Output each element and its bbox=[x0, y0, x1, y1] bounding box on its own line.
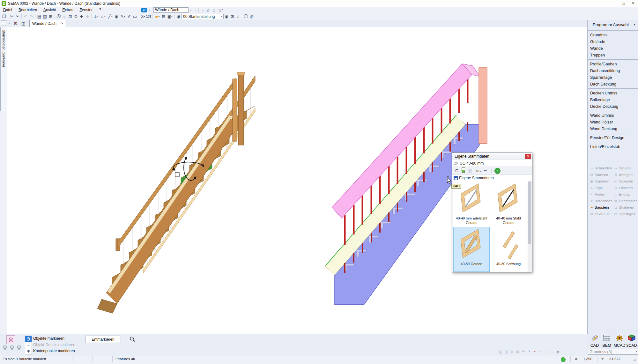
cut-copy-icon[interactable]: ✄ bbox=[9, 14, 15, 19]
eye-point-icon[interactable]: ◉ bbox=[114, 14, 119, 19]
open-project-icon[interactable]: ❐ bbox=[1, 14, 7, 19]
remote-dropdown-icon[interactable]: ▾ bbox=[147, 8, 152, 12]
favorite-icon[interactable]: ☆ bbox=[235, 14, 241, 19]
pan-icon[interactable]: ✚ bbox=[79, 14, 85, 19]
mode-cad[interactable]: CAD bbox=[589, 334, 601, 348]
stamp-icon[interactable]: ✐ bbox=[126, 14, 132, 19]
tab-list-caret-icon[interactable]: ▾ bbox=[9, 22, 11, 25]
sidebar-item-dachausmittlung[interactable]: Dachausmittlung bbox=[588, 67, 638, 74]
picker-icon[interactable]: ✒ bbox=[483, 168, 488, 174]
print-icon[interactable]: ▤ bbox=[36, 14, 42, 19]
select-nodes-icon[interactable]: ✱ bbox=[25, 348, 32, 354]
select-details-icon[interactable]: ∿ bbox=[25, 342, 32, 348]
tool-textur-3d[interactable]: ▨Textur 3D bbox=[588, 211, 612, 218]
building-caret-icon[interactable]: ▾ bbox=[104, 15, 107, 18]
undo-icon[interactable]: ↶ bbox=[23, 14, 28, 19]
scrollbar-thumb[interactable] bbox=[528, 182, 531, 244]
layer-mode-active-button[interactable] bbox=[6, 335, 15, 344]
eye-start-icon[interactable]: ◉ bbox=[176, 14, 182, 19]
home-faded-icon[interactable]: ⌂ bbox=[200, 7, 205, 13]
line-caret-icon[interactable]: ▾ bbox=[111, 15, 114, 18]
layer-other-icon[interactable] bbox=[15, 345, 22, 351]
menu-ansicht[interactable]: Ansicht bbox=[40, 7, 59, 13]
select-objects-label[interactable]: Objekte markieren bbox=[33, 336, 64, 341]
grid-calc-icon[interactable]: ⊟ bbox=[161, 14, 167, 19]
tool-berechnen[interactable]: ↻Berechnen bbox=[588, 198, 612, 204]
sidebar-item-sparrenlage[interactable]: Sparrenlage bbox=[588, 74, 638, 81]
select-objects-icon[interactable] bbox=[25, 336, 32, 342]
sidebar-item-grundriss[interactable]: Grundriss bbox=[588, 32, 638, 38]
redo-icon[interactable]: ↷ bbox=[28, 14, 34, 19]
menu-hilfe[interactable]: ? bbox=[96, 7, 104, 13]
item-stahl-gerade[interactable]: 40-40 mm Stahl Gerade bbox=[490, 181, 527, 226]
plumb-caret-icon[interactable]: ▾ bbox=[97, 15, 100, 18]
sidebar-item-wand-umriss[interactable]: Wand Umriss bbox=[588, 112, 638, 119]
mode-mcad[interactable]: MCAD bbox=[613, 334, 626, 348]
view-down-spinner[interactable]: ▾ bbox=[193, 8, 197, 12]
monitor-caret-icon[interactable]: ▾ bbox=[171, 15, 174, 18]
snap-remove-icon[interactable]: ⊟ bbox=[516, 349, 520, 354]
ellipse-a-icon[interactable]: ◌ bbox=[545, 349, 548, 354]
eye-icon[interactable]: ◉ bbox=[224, 14, 229, 19]
dialog-title-bar[interactable]: Eigene Stammdaten ✕ bbox=[452, 153, 532, 160]
ellipse-b-icon[interactable]: ◌ bbox=[550, 349, 554, 354]
home-up-icon[interactable]: ⌂ bbox=[205, 7, 211, 13]
dialog-tree-root[interactable]: Eigene Stammdaten bbox=[452, 175, 532, 181]
tool-dachraster[interactable]: ▦Dachraster bbox=[612, 198, 638, 204]
home-new-caret-icon[interactable]: ▾ bbox=[222, 9, 224, 11]
search-pair-icon[interactable]: ◎ bbox=[249, 14, 255, 19]
delete-view-icon[interactable]: ⊠ bbox=[229, 14, 235, 19]
close-button[interactable]: ✕ bbox=[628, 0, 638, 7]
mode-3cad[interactable]: 3CAD bbox=[626, 334, 638, 348]
angle-icon[interactable]: ≫ bbox=[140, 14, 146, 19]
view-up-spinner[interactable]: ▴ bbox=[189, 8, 193, 12]
tool-stanzen[interactable]: ⊡Stanzen bbox=[588, 172, 612, 178]
save-icon[interactable]: ▥ bbox=[467, 168, 473, 174]
apply-check-icon[interactable]: ✓ bbox=[494, 168, 501, 174]
sidebar-item-listen-einzelstab[interactable]: Listen/Einzelstab bbox=[588, 143, 638, 150]
tool-stossen[interactable]: ↦Stoßen bbox=[612, 165, 638, 172]
snap-add-icon[interactable]: ⊞ bbox=[510, 349, 514, 354]
deselect-button[interactable]: Entmarkieren bbox=[85, 336, 121, 343]
view-redo-icon[interactable]: ↷ bbox=[527, 349, 531, 354]
zoom-dynamic-icon[interactable]: ⊙ bbox=[73, 14, 79, 19]
tab-waende-dach[interactable]: Wände / Dach ✕ bbox=[29, 20, 66, 27]
dialog-close-button[interactable]: ✕ bbox=[525, 154, 531, 159]
home-down-icon[interactable]: ⌂ bbox=[211, 7, 217, 13]
sidebar-item-wand-deckung[interactable]: Wand Deckung bbox=[588, 125, 638, 132]
layer-all-icon[interactable] bbox=[1, 345, 8, 351]
tool-spiegeln[interactable]: ⋈Spiegeln bbox=[612, 178, 638, 185]
tool-endtyp[interactable]: ∟Endtyp bbox=[612, 191, 638, 198]
menu-fenster[interactable]: Fenster bbox=[77, 7, 96, 13]
grid-view-icon[interactable]: ⊞▾ bbox=[475, 168, 481, 174]
container-handle[interactable] bbox=[1, 20, 6, 26]
tool-baustein[interactable]: ▰Baustein bbox=[588, 204, 612, 211]
menu-bearbeiten[interactable]: Bearbeiten bbox=[15, 7, 40, 13]
sidebar-item-gelaende[interactable]: Gelände bbox=[588, 38, 638, 45]
zoom-window-icon[interactable]: ⊡ bbox=[67, 14, 73, 19]
sidebar-item-treppen[interactable]: Treppen bbox=[588, 52, 638, 58]
mode-bem[interactable]: BEM bbox=[601, 334, 613, 348]
visibility-icon[interactable]: ◉ bbox=[556, 349, 560, 354]
tab-close-icon[interactable]: ✕ bbox=[61, 22, 63, 25]
tree-list-icon[interactable]: ⊟ bbox=[454, 168, 460, 174]
cut-move-icon[interactable]: ✂ bbox=[15, 14, 20, 19]
marker-red-icon[interactable]: ▪ bbox=[533, 349, 537, 354]
split-view-icon[interactable]: ◫ bbox=[20, 21, 26, 26]
programm-auswahl-header[interactable]: Programm Auswahl ▾ bbox=[588, 20, 638, 29]
select-nodes-label[interactable]: Knotenpunkte markieren bbox=[33, 349, 75, 353]
tool-lage[interactable]: ∠Lage bbox=[588, 185, 612, 191]
remote-support-icon[interactable]: ⇄ bbox=[141, 8, 147, 12]
sheet-icon[interactable]: ▭ bbox=[132, 14, 138, 19]
stammdaten-container-tab[interactable]: Stammdaten Container bbox=[0, 27, 7, 111]
sidebar-item-decke-deckung[interactable]: Decke Deckung bbox=[588, 103, 638, 110]
item-40-80-gerade[interactable]: 40-80 Gerade bbox=[453, 227, 490, 272]
sidebar-item-dach-deckung[interactable]: Dach Deckung bbox=[588, 81, 638, 87]
tool-anfuegen[interactable]: ⊞Anfügen bbox=[612, 172, 638, 178]
info-icon[interactable]: ⓘ bbox=[243, 14, 249, 19]
marker-plain-icon[interactable]: ▫ bbox=[539, 349, 543, 354]
sidebar-item-decken-umriss[interactable]: Decken Umriss bbox=[588, 90, 638, 96]
maximize-button[interactable]: □ bbox=[619, 0, 628, 7]
menu-extras[interactable]: Extras bbox=[59, 7, 76, 13]
badge-131-icon[interactable]: 131 bbox=[146, 14, 152, 19]
